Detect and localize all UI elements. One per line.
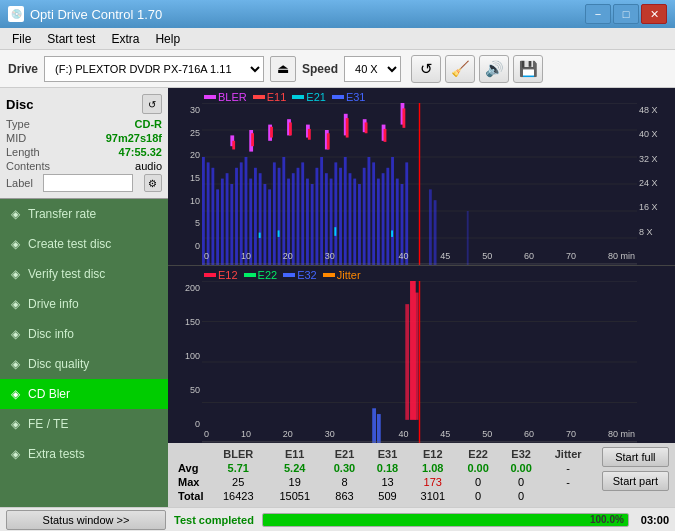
disc-length-label: Length (6, 146, 40, 158)
save-button[interactable]: 💾 (513, 55, 543, 83)
bx-label-70: 70 (566, 429, 576, 443)
bottom-chart-svg (202, 281, 637, 443)
bx-label-0: 0 (204, 429, 209, 443)
sidebar-item-disc-info[interactable]: ◈ Disc info (0, 319, 168, 349)
top-chart: BLER E11 E21 E31 30 25 (168, 88, 675, 266)
drive-label: Drive (8, 62, 38, 76)
menu-start-test[interactable]: Start test (39, 30, 103, 48)
sidebar-item-disc-quality[interactable]: ◈ Disc quality (0, 349, 168, 379)
max-e21: 8 (323, 475, 366, 489)
legend-e11: E11 (253, 91, 287, 103)
sidebar-item-drive-info[interactable]: ◈ Drive info (0, 289, 168, 319)
start-full-button[interactable]: Start full (602, 447, 669, 467)
sidebar-item-create-test-disc[interactable]: ◈ Create test disc (0, 229, 168, 259)
stats-area: BLER E11 E21 E31 E12 E22 E32 Jitter Avg (168, 443, 675, 507)
sidebar-item-verify-test-disc[interactable]: ◈ Verify test disc (0, 259, 168, 289)
x-label-20: 20 (283, 251, 293, 265)
svg-rect-48 (391, 157, 394, 265)
x-label-40: 40 (398, 251, 408, 265)
legend-e32: E32 (283, 269, 317, 281)
sidebar-item-drive-info-label: Drive info (28, 297, 79, 311)
max-jitter: - (543, 475, 594, 489)
total-jitter (543, 489, 594, 503)
disc-label-icon-button[interactable]: ⚙ (144, 174, 162, 192)
legend-e21-color (292, 95, 304, 99)
close-button[interactable]: ✕ (641, 4, 667, 24)
svg-rect-33 (320, 157, 323, 265)
menu-file[interactable]: File (4, 30, 39, 48)
svg-rect-8 (202, 157, 205, 265)
legend-jitter: Jitter (323, 269, 361, 281)
content-area: BLER E11 E21 E31 30 25 (168, 88, 675, 507)
total-e31: 509 (366, 489, 409, 503)
svg-rect-79 (391, 230, 393, 236)
x-label-80: 80 min (608, 251, 635, 265)
charts-container: BLER E11 E21 E31 30 25 (168, 88, 675, 443)
col-header-jitter: Jitter (543, 447, 594, 461)
svg-rect-88 (415, 293, 419, 420)
legend-e31-color (332, 95, 344, 99)
legend-e32-color (283, 273, 295, 277)
drive-select[interactable]: (F:) PLEXTOR DVDR PX-716A 1.11 (44, 56, 264, 82)
menu-help[interactable]: Help (147, 30, 188, 48)
speed-select[interactable]: 40 X (344, 56, 401, 82)
top-chart-area: 30 25 20 15 10 5 0 (168, 103, 675, 265)
toolbar-buttons: ↺ 🧹 🔊 💾 (411, 55, 543, 83)
bottom-x-axis: 0 10 20 30 40 45 50 60 70 80 min (202, 429, 637, 443)
create-test-disc-icon: ◈ (8, 237, 22, 251)
legend-e12: E12 (204, 269, 238, 281)
legend-e22: E22 (244, 269, 278, 281)
legend-e12-color (204, 273, 216, 277)
max-label: Max (174, 475, 210, 489)
sidebar-item-cd-bler-label: CD Bler (28, 387, 70, 401)
avg-e12: 1.08 (409, 461, 457, 475)
info-button[interactable]: 🔊 (479, 55, 509, 83)
y-label-200: 200 (170, 283, 200, 293)
x-label-0: 0 (204, 251, 209, 265)
drive-info-icon: ◈ (8, 297, 22, 311)
minimize-button[interactable]: − (585, 4, 611, 24)
disc-type-row: Type CD-R (6, 118, 162, 130)
stats-row-avg: Avg 5.71 5.24 0.30 0.18 1.08 0.00 0.00 - (174, 461, 594, 475)
sidebar-item-transfer-rate[interactable]: ◈ Transfer rate (0, 199, 168, 229)
svg-rect-67 (327, 133, 330, 149)
eject-button[interactable]: ⏏ (270, 56, 296, 82)
svg-rect-63 (251, 133, 254, 146)
sidebar-item-extra-tests[interactable]: ◈ Extra tests (0, 439, 168, 469)
stats-table: BLER E11 E21 E31 E12 E22 E32 Jitter Avg (174, 447, 594, 503)
legend-e21: E21 (292, 91, 326, 103)
disc-contents-label: Contents (6, 160, 50, 172)
x-label-60: 60 (524, 251, 534, 265)
total-label: Total (174, 489, 210, 503)
col-header-empty (174, 447, 210, 461)
x-label-10: 10 (241, 251, 251, 265)
bx-label-50: 50 (482, 429, 492, 443)
x-label-30: 30 (325, 251, 335, 265)
y-label-25: 25 (170, 128, 200, 138)
stats-row-total: Total 16423 15051 863 509 3101 0 0 (174, 489, 594, 503)
status-window-button[interactable]: Status window >> (6, 510, 166, 530)
erase-button[interactable]: 🧹 (445, 55, 475, 83)
extra-tests-icon: ◈ (8, 447, 22, 461)
y-right-48x: 48 X (639, 105, 673, 115)
max-e12: 173 (409, 475, 457, 489)
disc-refresh-button[interactable]: ↺ (142, 94, 162, 114)
bx-label-40: 40 (398, 429, 408, 443)
titlebar: 💿 Opti Drive Control 1.70 − □ ✕ (0, 0, 675, 28)
svg-rect-23 (273, 162, 276, 265)
start-part-button[interactable]: Start part (602, 471, 669, 491)
sidebar-item-cd-bler[interactable]: ◈ CD Bler (0, 379, 168, 409)
bx-label-60: 60 (524, 429, 534, 443)
refresh-button[interactable]: ↺ (411, 55, 441, 83)
top-y-axis-right: 48 X 40 X 32 X 24 X 16 X 8 X (637, 103, 675, 265)
disc-label-input[interactable] (43, 174, 133, 192)
menu-extra[interactable]: Extra (103, 30, 147, 48)
sidebar-item-fe-te-label: FE / TE (28, 417, 68, 431)
sidebar-item-fe-te[interactable]: ◈ FE / TE (0, 409, 168, 439)
disc-panel: Disc ↺ Type CD-R MID 97m27s18f Length 47… (0, 88, 168, 199)
disc-label-row: Label ⚙ (6, 174, 162, 192)
avg-label: Avg (174, 461, 210, 475)
svg-rect-29 (301, 162, 304, 265)
maximize-button[interactable]: □ (613, 4, 639, 24)
total-e22: 0 (457, 489, 500, 503)
